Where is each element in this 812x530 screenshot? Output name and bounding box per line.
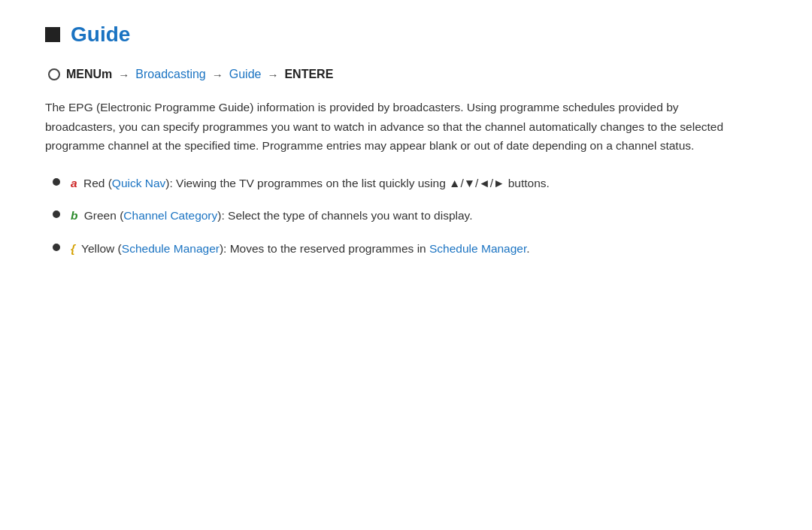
color-label-yellow: Yellow ( — [81, 242, 122, 255]
menu-path: MENUm → Broadcasting → Guide → ENTERE — [48, 68, 767, 81]
color-key-green: b — [71, 209, 77, 222]
bullet-list: a Red (Quick Nav): Viewing the TV progra… — [53, 174, 767, 259]
menu-circle-icon — [48, 68, 60, 80]
arrow-1: → — [118, 68, 129, 81]
color-key-red: a — [71, 177, 77, 189]
bullet-punctuation: . — [526, 242, 529, 255]
bullet-dot-icon — [53, 244, 60, 251]
color-label-green: Green ( — [84, 209, 124, 222]
bullet-text-3: ): Moves to the reserved programmes in — [220, 242, 429, 255]
title-icon — [45, 27, 60, 42]
menu-label: MENUm — [66, 68, 112, 81]
bullet-text-1: ): Viewing the TV programmes on the list… — [165, 177, 550, 189]
bullet-text-2: ): Select the type of channels you want … — [217, 209, 472, 222]
list-item: b Green (Channel Category): Select the t… — [53, 206, 729, 226]
bullet-dot-icon — [53, 178, 60, 186]
bullet-content-1: a Red (Quick Nav): Viewing the TV progra… — [71, 174, 729, 193]
arrow-3: → — [267, 68, 278, 81]
bullet-content-2: b Green (Channel Category): Select the t… — [71, 206, 729, 226]
title-row: Guide — [45, 23, 767, 47]
broadcasting-link[interactable]: Broadcasting — [135, 68, 205, 81]
page-container: Guide MENUm → Broadcasting → Guide → ENT… — [0, 0, 812, 530]
list-item: { Yellow (Schedule Manager): Moves to th… — [53, 239, 729, 259]
bullet-dot-icon — [53, 210, 60, 218]
guide-link[interactable]: Guide — [229, 68, 262, 81]
enter-label: ENTERE — [284, 68, 333, 81]
quick-nav-link[interactable]: Quick Nav — [112, 177, 166, 189]
schedule-manager-link-1[interactable]: Schedule Manager — [122, 242, 220, 255]
channel-category-link[interactable]: Channel Category — [123, 209, 217, 222]
color-key-yellow: { — [71, 242, 75, 255]
bullet-content-3: { Yellow (Schedule Manager): Moves to th… — [71, 239, 729, 259]
color-label-red: Red ( — [83, 177, 112, 189]
schedule-manager-link-2[interactable]: Schedule Manager — [429, 242, 526, 255]
arrow-2: → — [212, 68, 223, 81]
description-text: The EPG (Electronic Programme Guide) inf… — [45, 98, 737, 156]
list-item: a Red (Quick Nav): Viewing the TV progra… — [53, 174, 729, 193]
page-title: Guide — [71, 23, 130, 47]
